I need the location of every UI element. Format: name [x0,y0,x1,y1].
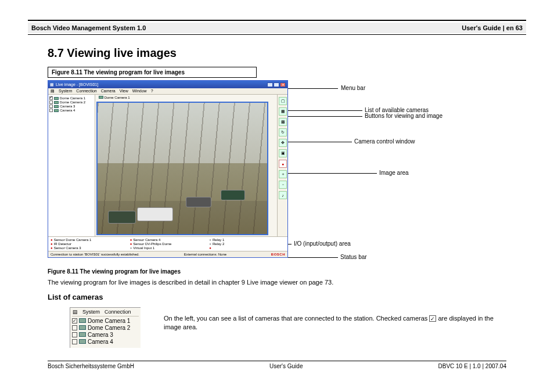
menu-camera[interactable]: Camera [101,89,116,93]
camera-icon [54,101,59,104]
zoom-in-icon[interactable]: ＋ [279,170,287,178]
top-rule-thin [28,34,526,35]
viewer-pane: Dome Camera 1 [95,95,277,236]
list-item-label: Camera 3 [88,332,113,338]
io-item[interactable]: Relay 1 [209,238,285,242]
menu-window[interactable]: Window [132,89,147,93]
header-left: User's Guide | en 63 [462,24,523,31]
list-item-label: Camera 4 [88,339,113,345]
cycle-icon[interactable]: ↻ [279,128,287,136]
checkbox-icon[interactable] [72,325,77,330]
ptz-icon[interactable]: ✥ [279,139,287,147]
layout-1-icon[interactable]: ▢ [279,97,287,105]
menu-icon: ▤ [51,89,55,93]
list-item[interactable]: Camera 4 [72,339,139,345]
snapshot-icon[interactable]: ▣ [279,149,287,157]
checkbox-icon[interactable] [49,100,53,104]
checked-checkbox-icon: ✓ [429,315,436,322]
callout-camctrl: Camera control window [354,138,415,145]
footer-rule [48,361,506,361]
checkbox-icon[interactable] [72,332,77,337]
io-item[interactable]: Sensor Camera 3 [51,246,127,250]
io-item[interactable]: Virtual Input 1 [130,246,206,250]
minimize-button[interactable]: _ [267,82,273,87]
status-brand: BOSCH [271,253,285,256]
callout-status: Status bar [340,254,367,260]
maximize-button[interactable]: ▢ [274,82,279,87]
camera-icon [54,97,59,100]
footer-right: DBVC 10 E | 1.0 | 2007.04 [438,363,506,369]
close-button[interactable]: ✕ [280,82,286,87]
menu-bar: ▤ System Connection Camera View Window ? [48,88,287,95]
app-icon: ▦ [50,82,54,87]
tree-label: Dome Camera 2 [60,100,85,104]
figure-caption-box: Figure 8.11 The viewing program for live… [48,67,257,78]
list-item-label: Dome Camera 2 [88,325,130,331]
tree-item[interactable]: Dome Camera 2 [49,100,93,104]
camera-icon [79,332,86,337]
io-item[interactable]: Relay 2 [209,242,285,246]
callout-menu: Menu bar [341,85,365,91]
tree-item[interactable]: Dome Camera 1 [49,96,93,100]
viewer-label-text: Dome Camera 1 [105,96,130,99]
menu-system[interactable]: System [59,89,72,93]
layout-9-icon[interactable]: ▩ [279,118,287,126]
list-item-label: Dome Camera 1 [88,318,130,324]
checkbox-icon[interactable] [49,105,53,108]
menu-view[interactable]: View [120,89,128,93]
camera-icon [79,318,86,323]
leader-btns [285,116,362,117]
footer-left: Bosch Sicherheitssysteme GmbH [48,363,134,369]
button-sidebar: ▢ ▦ ▩ ↻ ✥ ▣ ● ＋ － ♪ [277,95,287,236]
status-bar: Connection to station 'BOVIS01' successf… [48,251,287,257]
list-item[interactable]: Camera 3 [72,332,139,338]
snippet-text-1: On the left, you can see a list of camer… [164,315,427,322]
checkbox-icon[interactable] [49,96,53,100]
figure-note: The viewing program for live images is d… [48,278,501,287]
snippet-icon: ▤ [73,309,78,315]
status-left: Connection to station 'BOVIS01' successf… [51,253,139,256]
page-footer: Bosch Sicherheitssysteme GmbH User's Gui… [48,363,506,369]
list-item[interactable]: Dome Camera 2 [72,325,139,331]
menu-connection[interactable]: Connection [76,89,96,93]
audio-icon[interactable]: ♪ [279,191,287,199]
list-item[interactable]: ✓Dome Camera 1 [72,318,139,324]
page-header: Bosch Video Management System 1.0 User's… [28,23,526,33]
menu-help[interactable]: ? [151,89,153,93]
tree-label: Dome Camera 1 [60,96,85,100]
checkbox-icon[interactable] [72,339,77,344]
checkbox-icon[interactable]: ✓ [72,318,77,323]
tree-label: Camera 3 [60,105,75,108]
checkbox-icon[interactable] [49,109,53,112]
io-item[interactable]: Sensor Dome Camera 1 [51,238,127,242]
tree-label: Camera 4 [60,109,75,112]
camera-list-snippet: ▤ System Connection ✓Dome Camera 1 Dome … [70,307,141,348]
heading-list-of-cameras: List of cameras [48,293,526,301]
snippet-menu-connection[interactable]: Connection [105,309,131,315]
io-item[interactable]: IR Detector [51,242,127,246]
camera-icon [54,109,59,112]
footer-mid: User's Guide [269,363,303,369]
callout-image: Image area [379,170,409,176]
zoom-out-icon[interactable]: － [279,181,287,189]
snippet-menu-system[interactable]: System [82,309,100,315]
leader-camctl [285,142,352,142]
camera-icon [79,325,86,330]
viewer-title: Dome Camera 1 [99,96,130,99]
camera-icon [99,96,103,99]
window-title: Live image - [BOVIS01] [56,82,98,87]
section-title: 8.7 Viewing live images [48,46,526,60]
camera-icon [79,339,86,344]
camera-icon [54,105,59,108]
snippet-caption: On the left, you can see a list of camer… [164,304,501,332]
top-rule [28,20,526,21]
tree-item[interactable]: Camera 4 [49,109,93,112]
layout-4-icon[interactable]: ▦ [279,107,287,116]
video-feed[interactable] [96,102,268,235]
tree-item[interactable]: Camera 3 [49,105,93,108]
titlebar: ▦ Live image - [BOVIS01] _ ▢ ✕ [48,81,287,88]
record-icon[interactable]: ● [279,160,287,168]
io-item[interactable]: Sensor Camera 4 [130,238,206,242]
io-item[interactable]: Sensor DV-Philips Dome [130,242,206,246]
callout-io: I/O (input/output) area [294,240,351,247]
